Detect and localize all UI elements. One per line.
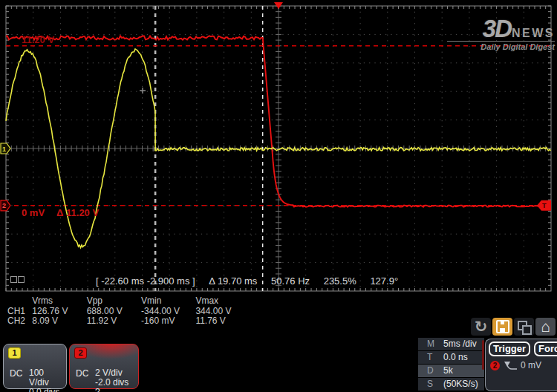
depth-row[interactable]: D 5k (418, 365, 484, 377)
cursor-frequency: 50.76 Hz (271, 275, 310, 287)
channel1-badge: 1 (8, 347, 21, 359)
refresh-icon[interactable]: ↻ (471, 318, 491, 336)
sample-rate-row[interactable]: S (50KS/s) (418, 378, 484, 391)
ch2-row-label: CH2 (7, 316, 30, 327)
timebase-row[interactable]: M 5ms /div (418, 338, 484, 350)
ch1-vmax: 344.00 V (195, 307, 247, 317)
header-vrms: Vrms (32, 296, 84, 307)
channel2-probe: ? (95, 388, 128, 392)
ch1-row-label: CH1 (7, 307, 30, 317)
logo-3d: 3D (483, 19, 511, 39)
cursor-phase: 127.9° (370, 275, 398, 287)
cursor-duty: 235.5% (324, 275, 356, 287)
ch2-vmin: -160 mV (141, 316, 193, 327)
trigger-panel: Trigger Force 2 0 mV (485, 339, 557, 391)
trigger-offset-row[interactable]: T 0.0 ns (418, 351, 484, 364)
cursor-window: [ -22.60 ms -2.900 ms ] (96, 275, 195, 287)
measurement-table: Vrms Vpp Vmin Vmax CH1 126.76 V 688.00 V… (7, 296, 247, 327)
trigger-level: 0 mV (521, 360, 541, 370)
table-row: CH1 126.76 V 688.00 V -344.00 V 344.00 V (7, 307, 247, 317)
time-cursor-readout: [ -22.60 ms -2.900 ms ] Δ 19.70 ms 50.76… (96, 275, 409, 287)
panel-scroll-indicator (482, 340, 484, 370)
logo-tagline: Daily Digital Digest (447, 41, 555, 51)
header-vmin: Vmin (141, 296, 193, 307)
voltage-cursor-top-label: 11.20 V (22, 34, 54, 45)
cursor-bottom-delta: Δ 11.20 V (56, 207, 99, 218)
header-vmax: Vmax (195, 296, 247, 307)
channel1-settings-box[interactable]: 1 DC 100 V/div 0.0 divs ? (3, 344, 67, 389)
cursor-delta: Δ 19.70 ms (209, 275, 257, 287)
force-button[interactable]: Force (534, 342, 557, 356)
save-icon[interactable] (492, 318, 512, 336)
ch2-zero-marker[interactable]: 2 (1, 200, 10, 211)
voltage-cursor-bottom-label: 0 mVΔ 11.20 V (22, 207, 111, 218)
cursor-pair-icon (18, 276, 25, 283)
header-vpp: Vpp (87, 296, 139, 307)
ch1-vrms: 126.76 V (32, 307, 84, 317)
ch1-zero-marker[interactable]: 1 (1, 143, 10, 154)
channel2-settings-box[interactable]: 2 DC 2 V/div -2.0 divs ? (69, 344, 139, 389)
svg-text:1: 1 (2, 146, 6, 153)
acquisition-panel: M 5ms /div T 0.0 ns D 5k S (50KS/s) (418, 338, 484, 391)
falling-edge-icon (503, 360, 518, 370)
trigger-source-badge: 2 (490, 361, 500, 370)
ch2-vrms: 8.09 V (32, 316, 84, 327)
trigger-button[interactable]: Trigger (489, 342, 530, 356)
reference-cross-icon (140, 88, 146, 94)
scope-display: 1 2 T 11.20 V 0 mVΔ 11.20 V [ -22.60 ms … (0, 0, 557, 293)
ch1-vmin: -344.00 V (141, 307, 193, 317)
home-icon[interactable]: ⌂ (535, 318, 556, 336)
svg-text:2: 2 (2, 202, 6, 209)
ch1-vpp: 688.00 V (87, 307, 139, 317)
logo-news: NEWS (512, 27, 555, 40)
copy-icon[interactable] (514, 318, 534, 336)
channel1-coupling: DC (10, 368, 29, 392)
3dnews-logo: 3D NEWS Daily Digital Digest (447, 19, 555, 51)
channel2-badge: 2 (74, 347, 87, 359)
cursor-bottom-value: 0 mV (22, 207, 45, 218)
ch2-vpp: 11.92 V (87, 316, 139, 327)
toolbar: ↻ ⌂ (471, 318, 556, 336)
cursor-pair-icon (10, 276, 17, 283)
channel1-scale: 100 V/div (29, 368, 66, 388)
table-row: CH2 8.09 V 11.92 V -160 mV 11.76 V (7, 316, 247, 327)
ch2-vmax: 11.76 V (195, 316, 247, 327)
svg-text:T: T (542, 202, 547, 209)
channel1-position: 0.0 divs (29, 388, 66, 392)
channel2-coupling: DC (76, 368, 95, 392)
measurement-header-row: Vrms Vpp Vmin Vmax (7, 296, 247, 307)
trigger-level-marker[interactable]: T (537, 200, 551, 211)
